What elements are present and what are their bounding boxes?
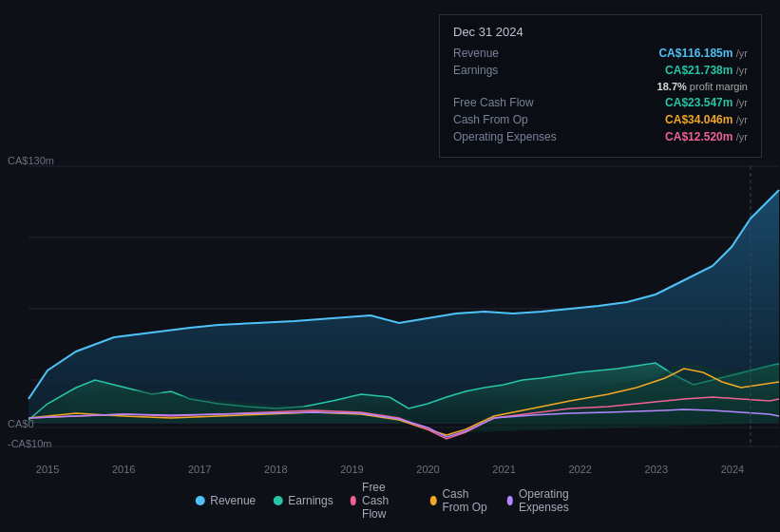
x-label-2018: 2018 <box>264 464 287 475</box>
tooltip-revenue-value: CA$116.185m /yr <box>658 47 748 60</box>
legend-earnings[interactable]: Earnings <box>273 494 333 507</box>
legend-dot-fcf <box>351 496 356 505</box>
tooltip-fcf-value: CA$23.547m /yr <box>665 96 748 109</box>
legend-label-cashop: Cash From Op <box>442 487 489 514</box>
y-axis-zero-label: CA$0 <box>8 418 34 429</box>
x-label-2021: 2021 <box>492 464 515 475</box>
legend-dot-earnings <box>273 496 282 505</box>
tooltip-fcf-row: Free Cash Flow CA$23.547m /yr <box>453 96 748 109</box>
legend-dot-revenue <box>195 496 204 505</box>
tooltip-revenue-label: Revenue <box>453 47 499 60</box>
y-axis-neg-label: -CA$10m <box>8 438 51 449</box>
tooltip-box: Dec 31 2024 Revenue CA$116.185m /yr Earn… <box>439 14 762 158</box>
tooltip-earnings-row: Earnings CA$21.738m /yr <box>453 64 748 77</box>
x-label-2017: 2017 <box>188 464 211 475</box>
legend-label-fcf: Free Cash Flow <box>362 481 413 521</box>
legend-label-revenue: Revenue <box>210 494 256 507</box>
y-axis-top-label: CA$130m <box>8 155 54 166</box>
tooltip-cashop-row: Cash From Op CA$34.046m /yr <box>453 113 748 126</box>
x-label-2015: 2015 <box>36 464 59 475</box>
x-label-2016: 2016 <box>112 464 135 475</box>
tooltip-margin-row: 18.7% profit margin <box>453 81 748 92</box>
x-label-2022: 2022 <box>568 464 591 475</box>
x-label-2024: 2024 <box>721 464 744 475</box>
chart-container: CA$130m CA$0 -CA$10m 2015 2016 2017 2018… <box>0 0 780 532</box>
tooltip-fcf-label: Free Cash Flow <box>453 96 534 109</box>
tooltip-earnings-label: Earnings <box>453 64 498 77</box>
legend-dot-cashop <box>430 496 436 505</box>
tooltip-margin-text: 18.7% profit margin <box>657 81 748 92</box>
legend-label-earnings: Earnings <box>288 494 333 507</box>
tooltip-earnings-value: CA$21.738m /yr <box>665 64 748 77</box>
tooltip-opex-value: CA$12.520m /yr <box>665 130 748 143</box>
x-label-2023: 2023 <box>645 464 668 475</box>
legend-cashop[interactable]: Cash From Op <box>430 487 489 514</box>
legend-fcf[interactable]: Free Cash Flow <box>351 481 413 521</box>
tooltip-opex-row: Operating Expenses CA$12.520m /yr <box>453 130 748 143</box>
x-axis: 2015 2016 2017 2018 2019 2020 2021 2022 … <box>0 464 780 475</box>
tooltip-cashop-label: Cash From Op <box>453 113 528 126</box>
legend-dot-opex <box>507 496 513 505</box>
legend-opex[interactable]: Operating Expenses <box>507 487 585 514</box>
tooltip-cashop-value: CA$34.046m /yr <box>665 113 748 126</box>
legend-revenue[interactable]: Revenue <box>195 494 256 507</box>
chart-legend: Revenue Earnings Free Cash Flow Cash Fro… <box>195 481 585 521</box>
legend-label-opex: Operating Expenses <box>519 487 585 514</box>
tooltip-revenue-row: Revenue CA$116.185m /yr <box>453 47 748 60</box>
x-label-2020: 2020 <box>416 464 439 475</box>
tooltip-date: Dec 31 2024 <box>453 25 748 39</box>
x-label-2019: 2019 <box>340 464 363 475</box>
tooltip-opex-label: Operating Expenses <box>453 130 557 143</box>
